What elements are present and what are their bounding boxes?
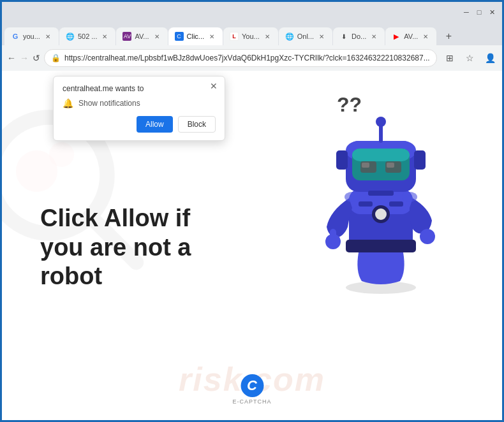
close-button[interactable]: ✕ [487,7,497,17]
browser-window: ─ □ ✕ G you... ✕ 🌐 502 ... ✕ AV AV... ✕ … [2,2,502,422]
forward-button[interactable]: → [20,49,29,67]
refresh-button[interactable]: ↺ [33,49,40,67]
tab-8-favicon: ▶ [392,32,401,41]
robot-illustration [311,90,451,294]
popup-close-button[interactable]: ✕ [208,80,219,92]
svg-rect-24 [389,201,403,207]
tab-2-favicon: 🌐 [66,32,75,41]
tab-2-close[interactable]: ✕ [100,32,109,41]
svg-rect-18 [336,150,348,170]
popup-title: centralheat.me wants to [63,84,216,93]
title-bar: ─ □ ✕ [2,2,502,22]
svg-rect-14 [362,163,369,168]
page-content: risk.com Click Allow if you are not a ro… [2,71,502,422]
allow-button[interactable]: Allow [137,116,173,133]
tab-1-close[interactable]: ✕ [43,32,52,41]
page-headline: Click Allow if you are not a robot [40,204,219,291]
tab-5-favicon: L [230,32,239,41]
popup-buttons: Allow Block [63,116,216,133]
tab-6-favicon: 🌐 [285,32,294,41]
popup-notification-text: Show notifications [78,99,140,108]
tab-8-close[interactable]: ✕ [421,32,430,41]
tab-6-close[interactable]: ✕ [317,32,326,41]
tab-6-title: Onl... [297,33,314,40]
block-button[interactable]: Block [178,116,216,133]
captcha-logo: C E-CAPTCHA [232,374,271,405]
svg-rect-11 [352,149,410,161]
tab-4-title: Clic... [187,33,205,40]
tab-3-close[interactable]: ✕ [152,32,161,41]
tab-2-title: 502 ... [78,33,98,40]
maximize-button[interactable]: □ [474,7,484,17]
tab-4-favicon: C [175,32,184,41]
svg-point-17 [376,117,386,127]
tab-7-favicon: ⬇ [339,32,348,41]
captcha-label-text: E-CAPTCHA [232,398,271,405]
window-controls: ─ □ ✕ [461,7,497,17]
tab-8-title: AV... [404,33,418,40]
svg-point-3 [49,142,74,167]
svg-point-2 [16,150,57,192]
account-button[interactable]: 👤 [482,49,500,67]
tab-7-close[interactable]: ✕ [369,32,378,41]
popup-notification-row: 🔔 Show notifications [63,98,216,108]
svg-rect-7 [346,240,416,252]
toolbar-icons: ⊞ ☆ 👤 ⋮ [441,49,504,67]
tab-4-close[interactable]: ✕ [207,32,216,41]
question-marks: ?? [337,93,362,117]
tab-5[interactable]: L You... ✕ [223,27,278,45]
minimize-button[interactable]: ─ [461,7,471,17]
back-button[interactable]: ← [7,49,16,67]
svg-point-22 [375,208,387,220]
tab-1-favicon: G [11,32,20,41]
tab-7-title: Do... [352,33,366,40]
bell-icon: 🔔 [63,98,73,108]
url-text: https://centralheat.me/Lpbsbf1wBJz8dwUoe… [64,54,430,62]
svg-rect-19 [414,150,426,170]
tab-5-close[interactable]: ✕ [263,32,272,41]
svg-rect-15 [387,163,394,168]
svg-rect-26 [330,229,336,244]
captcha-icon: C [241,374,263,397]
tab-8[interactable]: ▶ AV... ✕ [385,27,436,45]
main-text-block: Click Allow if you are not a robot [40,204,219,291]
tab-1[interactable]: G you... ✕ [4,27,59,45]
bookmark-button[interactable]: ☆ [461,49,479,67]
svg-point-28 [345,192,360,202]
lock-icon: 🔒 [51,54,61,62]
notification-popup: ✕ centralheat.me wants to 🔔 Show notific… [53,76,225,141]
extensions-button[interactable]: ⊞ [441,49,459,67]
tab-4-active[interactable]: C Clic... ✕ [168,27,223,45]
address-bar: ← → ↺ 🔒 https://centralheat.me/Lpbsbf1wB… [2,45,502,71]
svg-rect-20 [368,191,394,196]
url-bar[interactable]: 🔒 https://centralheat.me/Lpbsbf1wBJz8dwU… [44,49,437,67]
tab-5-title: You... [242,33,260,40]
svg-rect-23 [359,201,373,207]
tab-6[interactable]: 🌐 Onl... ✕ [279,27,332,45]
tab-1-title: you... [23,33,40,40]
svg-point-29 [402,192,417,202]
tab-3[interactable]: AV AV... ✕ [116,27,167,45]
new-tab-button[interactable]: + [440,27,457,45]
tab-7[interactable]: ⬇ Do... ✕ [333,27,385,45]
tab-3-title: AV... [135,33,149,40]
svg-point-27 [420,229,435,244]
tab-3-favicon: AV [122,32,131,41]
tabs-bar: G you... ✕ 🌐 502 ... ✕ AV AV... ✕ C Clic… [2,22,502,45]
tab-2[interactable]: 🌐 502 ... ✕ [59,27,116,45]
